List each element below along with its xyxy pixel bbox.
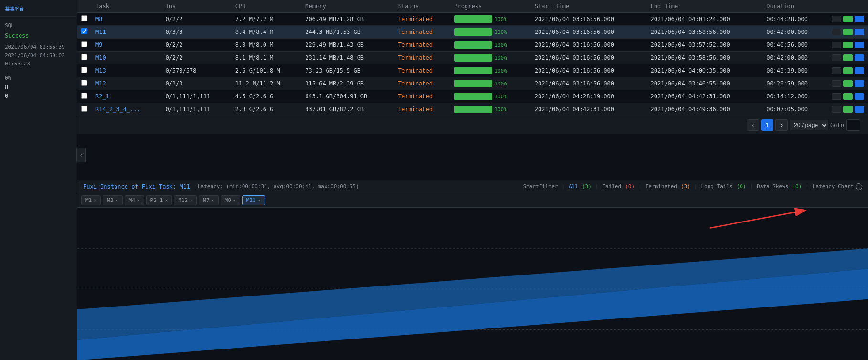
action-btn-2[interactable] bbox=[843, 42, 853, 48]
tab-M4[interactable]: M4 ✕ bbox=[125, 195, 144, 205]
table-row[interactable]: M100/2/28.1 M/8.1 M231.14 MB/1.48 GBTerm… bbox=[77, 52, 868, 64]
page-next-btn[interactable]: › bbox=[775, 119, 788, 131]
task-start: 2021/06/04 03:16:56.000 bbox=[531, 77, 647, 90]
collapse-btn[interactable]: ‹ bbox=[76, 148, 86, 162]
tab-close-btn[interactable]: ✕ bbox=[94, 198, 96, 203]
table-row[interactable]: M80/2/27.2 M/7.2 M206.49 MB/1.28 GBTermi… bbox=[77, 13, 868, 26]
filter-long-tails[interactable]: Long-Tails bbox=[701, 183, 732, 190]
task-duration: 00:07:05.000 bbox=[762, 103, 828, 116]
tab-M11[interactable]: M11 ✕ bbox=[242, 195, 265, 205]
task-name-link[interactable]: M12 bbox=[95, 80, 106, 87]
action-btn-2[interactable] bbox=[843, 93, 853, 100]
action-btn-2[interactable] bbox=[843, 16, 853, 22]
task-name-link[interactable]: M9 bbox=[95, 42, 102, 48]
action-btn-1[interactable] bbox=[832, 16, 841, 22]
progress-fill bbox=[454, 80, 492, 87]
filter-failed[interactable]: Failed bbox=[602, 183, 621, 190]
task-cpu: 8.0 M/8.0 M bbox=[232, 39, 301, 52]
tab-close-btn[interactable]: ✕ bbox=[190, 198, 192, 203]
action-btn-2[interactable] bbox=[843, 67, 853, 74]
tab-close-btn[interactable]: ✕ bbox=[165, 198, 168, 203]
latency-chart-icon bbox=[856, 183, 862, 190]
tab-close-btn[interactable]: ✕ bbox=[137, 198, 140, 203]
action-btn-1[interactable] bbox=[832, 106, 841, 113]
action-btn-2[interactable] bbox=[843, 80, 853, 87]
col-cpu: CPU bbox=[232, 0, 301, 13]
action-btn-3[interactable] bbox=[855, 42, 864, 48]
action-btn-3[interactable] bbox=[855, 106, 864, 113]
tab-close-btn[interactable]: ✕ bbox=[258, 198, 261, 203]
tab-M12[interactable]: M12 ✕ bbox=[174, 195, 197, 205]
action-btn-1[interactable] bbox=[832, 93, 841, 100]
task-end: 2021/06/04 03:58:56.000 bbox=[647, 26, 763, 39]
task-memory: 73.23 GB/15.5 GB bbox=[301, 64, 394, 77]
action-btn-3[interactable] bbox=[855, 16, 864, 22]
page-1-btn[interactable]: 1 bbox=[761, 119, 773, 131]
task-name-link[interactable]: M13 bbox=[95, 67, 106, 74]
app-container: 某某平台 SQL Success 2021/06/04 02:56:39 202… bbox=[0, 0, 868, 360]
action-btn-3[interactable] bbox=[855, 93, 864, 100]
action-btn-3[interactable] bbox=[855, 29, 864, 35]
task-name-link[interactable]: R2_1 bbox=[95, 93, 109, 100]
tab-R2-1[interactable]: R2_1 ✕ bbox=[146, 195, 172, 205]
row-checkbox[interactable] bbox=[81, 41, 87, 47]
tab-M7[interactable]: M7 ✕ bbox=[199, 195, 218, 205]
task-name-link[interactable]: R14_2_3_4_... bbox=[95, 106, 140, 113]
task-duration: 00:14:12.000 bbox=[762, 90, 828, 103]
goto-input[interactable] bbox=[846, 119, 860, 131]
task-duration: 00:40:56.000 bbox=[762, 39, 828, 52]
task-end: 2021/06/04 03:57:52.000 bbox=[647, 39, 763, 52]
row-checkbox[interactable] bbox=[81, 15, 87, 21]
row-checkbox[interactable] bbox=[81, 28, 87, 34]
table-row[interactable]: M90/2/28.0 M/8.0 M229.49 MB/1.43 GBTermi… bbox=[77, 39, 868, 52]
action-btn-1[interactable] bbox=[832, 29, 841, 35]
task-name-link[interactable]: M11 bbox=[95, 29, 106, 35]
tab-label: M12 bbox=[178, 197, 188, 203]
action-btn-3[interactable] bbox=[855, 80, 864, 87]
tab-label: M8 bbox=[225, 197, 231, 203]
tab-M1[interactable]: M1 ✕ bbox=[81, 195, 101, 205]
action-btn-2[interactable] bbox=[843, 29, 853, 35]
row-checkbox[interactable] bbox=[81, 54, 87, 60]
filter-terminated[interactable]: Terminated bbox=[646, 183, 677, 190]
row-checkbox[interactable] bbox=[81, 80, 87, 86]
task-end: 2021/06/04 04:01:24.000 bbox=[647, 13, 763, 26]
row-checkbox[interactable] bbox=[81, 67, 87, 73]
table-row[interactable]: M120/3/311.2 M/11.2 M315.64 MB/2.39 GBTe… bbox=[77, 77, 868, 90]
action-btn-3[interactable] bbox=[855, 67, 864, 74]
tab-close-btn[interactable]: ✕ bbox=[116, 198, 118, 203]
row-checkbox[interactable] bbox=[81, 93, 87, 99]
chart-area bbox=[77, 208, 868, 360]
action-btn-2[interactable] bbox=[843, 54, 853, 61]
tab-M3[interactable]: M3 ✕ bbox=[103, 195, 122, 205]
tab-close-btn[interactable]: ✕ bbox=[233, 198, 236, 203]
action-btn-1[interactable] bbox=[832, 67, 841, 74]
task-memory: 244.3 MB/1.53 GB bbox=[301, 26, 394, 39]
action-btn-1[interactable] bbox=[832, 42, 841, 48]
sidebar-status: Success bbox=[0, 31, 77, 41]
table-row[interactable]: R14_2_3_4_...0/1,111/1,1112.8 G/2.6 G337… bbox=[77, 103, 868, 116]
task-status: Terminated bbox=[398, 67, 433, 74]
task-name-link[interactable]: M10 bbox=[95, 54, 106, 61]
tab-M8[interactable]: M8 ✕ bbox=[221, 195, 240, 205]
task-name-link[interactable]: M8 bbox=[95, 16, 102, 22]
table-row[interactable]: M130/578/5782.6 G/101.8 M73.23 GB/15.5 G… bbox=[77, 64, 868, 77]
action-btn-1[interactable] bbox=[832, 54, 841, 61]
tab-close-btn[interactable]: ✕ bbox=[212, 198, 214, 203]
page-prev-btn[interactable]: ‹ bbox=[747, 119, 759, 131]
table-row[interactable]: M110/3/38.4 M/8.4 M244.3 MB/1.53 GBTermi… bbox=[77, 26, 868, 39]
task-end: 2021/06/04 04:42:31.000 bbox=[647, 90, 763, 103]
filter-smartfilter[interactable]: SmartFilter bbox=[523, 183, 558, 190]
latency-chart-label: Latency Chart bbox=[813, 183, 854, 190]
action-btn-1[interactable] bbox=[832, 80, 841, 87]
table-row[interactable]: R2_10/1,111/1,1114.5 G/2.6 G643.1 GB/304… bbox=[77, 90, 868, 103]
task-ins: 0/3/3 bbox=[161, 26, 231, 39]
action-btn-2[interactable] bbox=[843, 106, 853, 113]
page-size-select[interactable]: 20 / page 50 / page bbox=[790, 120, 828, 130]
row-checkbox[interactable] bbox=[81, 106, 87, 112]
action-btn-3[interactable] bbox=[855, 54, 864, 61]
filter-all[interactable]: All bbox=[569, 183, 578, 190]
filter-data-skews[interactable]: Data-Skews bbox=[757, 183, 788, 190]
task-progress: 100% bbox=[450, 90, 531, 103]
latency-chart-btn[interactable]: Latency Chart bbox=[813, 183, 862, 190]
